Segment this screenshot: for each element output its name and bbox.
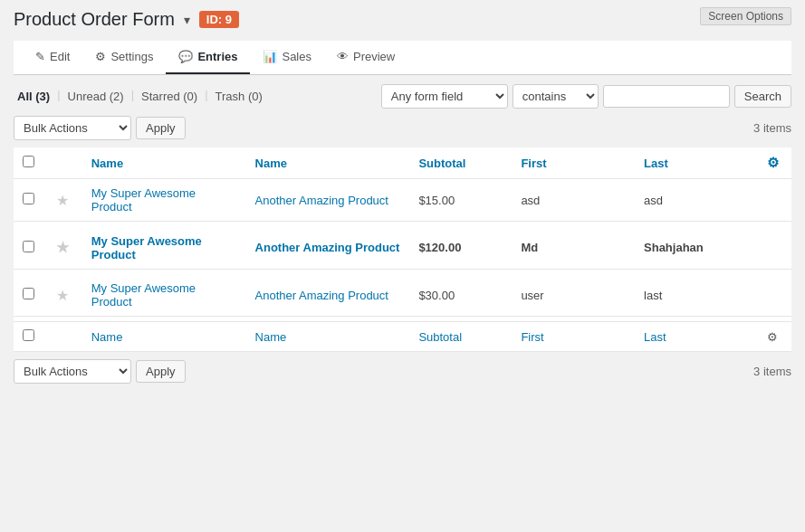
filter-unread[interactable]: Unread (2) [64,88,128,105]
row-check-cell [14,179,47,222]
row-product-name: My Super Awesome Product [82,179,246,222]
id-badge: ID: 9 [199,11,239,28]
edit-icon: ✎ [35,50,45,63]
row-first: asd [512,179,635,222]
search-input[interactable] [603,85,730,108]
star-icon-3[interactable]: ★ [56,288,69,303]
tab-preview[interactable]: 👁 Preview [324,41,407,74]
row-gear-cell [758,227,791,270]
col-header-first[interactable]: First [512,147,635,179]
toolbar-left: Bulk Actions Mark as Read Mark as Unread… [14,116,186,140]
col-header-last[interactable]: Last [635,147,758,179]
footer-col-subtotal[interactable]: Subtotal [409,322,512,352]
field-select[interactable]: Any form field Name Subtotal First Last [381,84,508,109]
table-row: ★My Super Awesome ProductAnother Amazing… [14,274,791,317]
row-star-cell: ★ [47,274,81,317]
footer-col-first[interactable]: First [512,322,635,352]
row-subtotal: $30.00 [409,274,512,317]
page-header: Product Order Form ▾ ID: 9 [14,9,791,30]
row-product-name2: Another Amazing Product [246,179,410,222]
product-name-link-1[interactable]: My Super Awesome Product [91,186,196,214]
col-header-gear[interactable]: ⚙ [758,147,791,179]
page-title: Product Order Form [14,9,175,30]
row-gear-cell [758,274,791,317]
search-button[interactable]: Search [734,85,791,108]
product-name2-link-3[interactable]: Another Amazing Product [255,289,388,302]
row-first: user [512,274,635,317]
tab-sales[interactable]: 📊 Sales [250,41,324,74]
filter-search-row: All (3) | Unread (2) | Starred (0) | Tra… [14,84,791,109]
row-last: asd [635,179,758,222]
row-check-cell [14,274,47,317]
footer-col-name1[interactable]: Name [82,322,246,352]
col-header-name1[interactable]: Name [82,147,246,179]
filter-all[interactable]: All (3) [14,88,53,105]
row-check-cell [14,227,47,270]
product-name2-link-2[interactable]: Another Amazing Product [255,241,400,254]
product-name-link-3[interactable]: My Super Awesome Product [91,281,196,309]
bulk-actions-select-top[interactable]: Bulk Actions Mark as Read Mark as Unread… [14,116,131,140]
apply-button-bottom[interactable]: Apply [136,360,186,383]
table-row: ★My Super Awesome ProductAnother Amazing… [14,179,791,222]
row-checkbox-2[interactable] [23,241,34,252]
row-gear-cell [758,179,791,222]
title-dropdown-arrow[interactable]: ▾ [184,13,190,27]
settings-icon: ⚙ [95,50,106,63]
screen-options-button[interactable]: Screen Options [700,7,791,25]
sales-icon: 📊 [263,50,277,63]
gear-icon-footer[interactable]: ⚙ [767,330,778,344]
tab-entries[interactable]: 💬 Entries [166,41,250,74]
row-product-name: My Super Awesome Product [82,274,246,317]
table-body: ★My Super Awesome ProductAnother Amazing… [14,179,791,352]
bulk-actions-select-bottom[interactable]: Bulk Actions Mark as Read Mark as Unread… [14,359,131,384]
items-count-top: 3 items [753,121,791,135]
col-header-subtotal[interactable]: Subtotal [409,147,512,179]
tabs-bar: ✎ Edit ⚙ Settings 💬 Entries 📊 Sales 👁 Pr… [14,41,791,75]
col-header-check [14,147,47,179]
row-product-name2: Another Amazing Product [246,274,410,317]
entries-table-wrapper: Name Name Subtotal First Last ⚙ ★My Supe… [14,147,791,352]
tab-settings[interactable]: ⚙ Settings [82,41,166,74]
row-last: Shahjahan [635,227,758,270]
bottom-toolbar: Bulk Actions Mark as Read Mark as Unread… [14,352,791,384]
gear-icon-header[interactable]: ⚙ [767,155,779,170]
row-star-cell: ★ [47,227,81,270]
footer-star-cell [47,322,81,352]
search-row: Any form field Name Subtotal First Last … [381,84,791,109]
tab-edit[interactable]: ✎ Edit [23,41,82,74]
table-row: ★My Super Awesome ProductAnother Amazing… [14,227,791,270]
row-last: last [635,274,758,317]
entries-icon: 💬 [178,50,193,63]
footer-gear-cell: ⚙ [758,322,791,352]
footer-select-all-checkbox[interactable] [23,329,34,341]
col-header-name2[interactable]: Name [246,147,410,179]
condition-select[interactable]: contains is is not starts with ends with [513,84,599,109]
footer-col-name2[interactable]: Name [246,322,410,352]
footer-col-last[interactable]: Last [635,322,758,352]
row-subtotal: $15.00 [409,179,512,222]
row-star-cell: ★ [47,179,81,222]
filter-starred[interactable]: Starred (0) [138,88,201,105]
items-count-bottom: 3 items [753,365,791,378]
product-name2-link-1[interactable]: Another Amazing Product [255,194,388,207]
table-footer-row: NameNameSubtotalFirstLast⚙ [14,322,791,352]
select-all-checkbox[interactable] [23,156,34,167]
entries-table: Name Name Subtotal First Last ⚙ ★My Supe… [14,147,791,352]
row-product-name: My Super Awesome Product [82,227,246,270]
star-icon-2[interactable]: ★ [56,240,69,255]
row-product-name2: Another Amazing Product [246,227,410,270]
preview-icon: 👁 [337,50,349,63]
filter-trash[interactable]: Trash (0) [212,88,266,105]
row-first: Md [512,227,635,270]
top-toolbar: Bulk Actions Mark as Read Mark as Unread… [14,116,791,140]
row-checkbox-3[interactable] [23,288,34,299]
col-header-star [47,147,81,179]
bottom-toolbar-left: Bulk Actions Mark as Read Mark as Unread… [14,359,186,384]
filter-links: All (3) | Unread (2) | Starred (0) | Tra… [14,88,266,105]
apply-button-top[interactable]: Apply [136,117,186,139]
product-name-link-2[interactable]: My Super Awesome Product [91,234,202,261]
row-checkbox-1[interactable] [23,193,34,204]
row-subtotal: $120.00 [409,227,512,270]
star-icon-1[interactable]: ★ [56,193,69,208]
footer-check-cell [14,322,47,352]
